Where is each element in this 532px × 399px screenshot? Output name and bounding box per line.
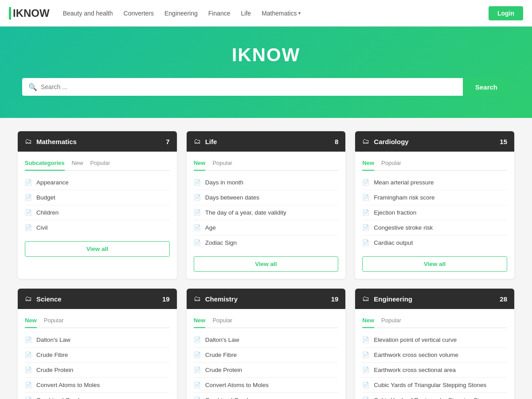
card-body-life: NewPopular📄Days in month📄Days between da… (187, 152, 346, 279)
list-item-label: Earthwork cross section volume (374, 352, 458, 358)
list-item[interactable]: 📄Budget (25, 190, 170, 205)
card-chemistry: 🗂 Chemistry 19 NewPopular📄Dalton's Law📄C… (187, 289, 346, 399)
tab-new[interactable]: New (362, 314, 374, 328)
brand-logo[interactable]: IKNOW (9, 7, 50, 20)
list-item[interactable]: 📄Framingham risk score (362, 190, 507, 205)
list-item[interactable]: 📄Crude Fibre (194, 348, 339, 363)
list-item[interactable]: 📄Days between dates (194, 190, 339, 205)
list-item[interactable]: 📄Earthwork cross section volume (362, 348, 507, 363)
card-engineering: 🗂 Engineering 28 NewPopular📄Elevation po… (355, 289, 514, 399)
nav-item-life[interactable]: Life (241, 10, 251, 17)
card-header-life: 🗂 Life 8 (187, 131, 346, 152)
list-item[interactable]: 📄Dalton's Law (194, 332, 339, 348)
list-item[interactable]: 📄Convert Atoms to Moles (194, 378, 339, 393)
list-item[interactable]: 📄Appearance (25, 175, 170, 190)
list-item-label: Framingham risk score (374, 194, 434, 201)
list-item[interactable]: 📄Mean arterial pressure (362, 175, 507, 190)
list-item-label: Crude Protein (205, 367, 242, 373)
file-icon: 📄 (362, 209, 369, 216)
list-item-label: Days between dates (205, 194, 259, 201)
card-mathematics: 🗂 Mathematics 7 SubcategoriesNewPopular📄… (18, 131, 177, 279)
nav-item-beauty[interactable]: Beauty and health (63, 10, 113, 17)
nav-item-converters[interactable]: Converters (124, 10, 154, 17)
list-item-label: Convert Atoms to Moles (36, 382, 100, 388)
list-item-label: Age (205, 224, 216, 231)
tab-new[interactable]: New (25, 314, 37, 328)
list-item-label: Zodiac Sign (205, 239, 237, 246)
file-icon: 📄 (25, 352, 32, 358)
view-all-button-life[interactable]: View all (194, 256, 339, 272)
list-item[interactable]: 📄The day of a year, date validity (194, 205, 339, 220)
list-item[interactable]: 📄Civil (25, 220, 170, 235)
list-item[interactable]: 📄Zodiac Sign (194, 235, 339, 250)
hero-title: IKNOW (232, 44, 301, 66)
card-count-cardiology: 15 (500, 138, 507, 145)
cards-grid: 🗂 Mathematics 7 SubcategoriesNewPopular📄… (18, 131, 514, 399)
list-item[interactable]: 📄Cardiac output (362, 235, 507, 250)
tab-popular[interactable]: Popular (381, 157, 401, 171)
list-item[interactable]: 📄Crude Fibre (25, 348, 170, 363)
login-button[interactable]: Login (489, 6, 523, 20)
card-cardiology: 🗂 Cardiology 15 NewPopular📄Mean arterial… (355, 131, 514, 279)
list-item[interactable]: 📄Combined Gas Law (194, 393, 339, 399)
card-list-engineering: 📄Elevation point of vertical curve📄Earth… (362, 332, 507, 399)
tab-new[interactable]: New (72, 157, 83, 171)
view-all-button-cardiology[interactable]: View all (362, 256, 507, 272)
tab-popular[interactable]: Popular (90, 157, 110, 171)
card-tabs-engineering: NewPopular (362, 314, 507, 328)
nav-item-engineering[interactable]: Engineering (164, 10, 198, 17)
tab-popular[interactable]: Popular (212, 314, 232, 328)
tab-subcategories[interactable]: Subcategories (25, 157, 65, 171)
file-icon: 📄 (25, 209, 32, 216)
mathematics-dropdown-icon: ▾ (298, 11, 301, 16)
list-item-label: Days in month (205, 179, 243, 186)
card-list-cardiology: 📄Mean arterial pressure📄Framingham risk … (362, 175, 507, 250)
search-input[interactable] (41, 78, 457, 96)
list-item[interactable]: 📄Cubic Yards of Triangular Stepping Ston… (362, 378, 507, 393)
nav-menu: Beauty and health Converters Engineering… (63, 10, 489, 17)
card-count-mathematics: 7 (166, 138, 169, 145)
list-item-label: Congestive stroke risk (374, 224, 433, 231)
tab-popular[interactable]: Popular (381, 314, 401, 328)
list-item[interactable]: 📄Crude Protein (194, 363, 339, 378)
card-count-science: 19 (162, 295, 170, 303)
file-icon: 📄 (25, 336, 32, 343)
tab-new[interactable]: New (194, 157, 206, 171)
file-icon: 📄 (194, 209, 201, 216)
tab-popular[interactable]: Popular (44, 314, 64, 328)
search-bar: 🔍 Search (22, 78, 510, 96)
list-item[interactable]: 📄Combined Gas Law (25, 393, 170, 399)
list-item[interactable]: 📄Earthwork cross sectional area (362, 363, 507, 378)
list-item[interactable]: 📄Convert Atoms to Moles (25, 378, 170, 393)
card-count-engineering: 28 (500, 295, 507, 303)
list-item[interactable]: 📄Children (25, 205, 170, 220)
list-item[interactable]: 📄Dalton's Law (25, 332, 170, 348)
card-title-mathematics: Mathematics (36, 138, 161, 145)
file-icon: 📄 (194, 224, 201, 231)
list-item[interactable]: 📄Congestive stroke risk (362, 220, 507, 235)
file-icon: 📄 (362, 352, 369, 358)
card-science: 🗂 Science 19 NewPopular📄Dalton's Law📄Cru… (18, 289, 177, 399)
list-item[interactable]: 📄Days in month (194, 175, 339, 190)
card-tabs-cardiology: NewPopular (362, 157, 507, 171)
card-header-mathematics: 🗂 Mathematics 7 (18, 131, 177, 152)
card-tabs-mathematics: SubcategoriesNewPopular (25, 157, 170, 171)
list-item[interactable]: 📄Crude Protein (25, 363, 170, 378)
card-title-chemistry: Chemistry (205, 295, 327, 303)
list-item[interactable]: 📄Elevation point of vertical curve (362, 332, 507, 348)
list-item[interactable]: 📄Cubic Yards of Rectangular Stepping Sto… (362, 393, 507, 399)
list-item-label: Cubic Yards of Triangular Stepping Stone… (374, 382, 486, 388)
tab-popular[interactable]: Popular (212, 157, 232, 171)
tab-new[interactable]: New (194, 314, 206, 328)
list-item[interactable]: 📄Age (194, 220, 339, 235)
list-item[interactable]: 📄Ejection fraction (362, 205, 507, 220)
file-icon: 📄 (362, 194, 369, 201)
tab-new[interactable]: New (362, 157, 374, 171)
view-all-button-mathematics[interactable]: View all (25, 241, 170, 257)
nav-item-mathematics[interactable]: Mathematics ▾ (262, 10, 301, 17)
folder-icon: 🗂 (362, 295, 369, 303)
search-button[interactable]: Search (463, 78, 510, 96)
folder-icon: 🗂 (362, 137, 369, 145)
card-title-cardiology: Cardiology (374, 138, 495, 145)
nav-item-finance[interactable]: Finance (208, 10, 231, 17)
